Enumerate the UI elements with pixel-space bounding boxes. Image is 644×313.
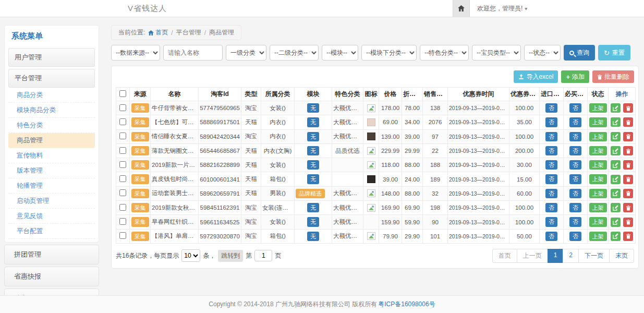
must-buy-badge[interactable]: 否	[569, 146, 581, 155]
must-buy-badge[interactable]: 否	[569, 174, 581, 184]
page-button-上一页[interactable]: 上一页	[517, 249, 548, 263]
edit-button[interactable]	[611, 103, 621, 113]
import-select-badge[interactable]: 否	[545, 160, 557, 170]
breadcrumb-home-link[interactable]: 首页	[148, 28, 168, 37]
filter-select[interactable]: --二级分类--	[270, 45, 319, 61]
filter-select[interactable]: --状态--	[524, 45, 561, 61]
status-badge[interactable]: 上架	[589, 189, 607, 198]
delete-button[interactable]	[623, 175, 633, 184]
edit-button[interactable]	[611, 117, 621, 127]
per-page-select[interactable]: 10	[181, 249, 200, 262]
batch-delete-button[interactable]: 批量删除	[592, 70, 634, 83]
import-select-badge[interactable]: 否	[545, 117, 557, 127]
import-select-badge[interactable]: 否	[545, 132, 557, 141]
import-select-badge[interactable]: 否	[545, 174, 557, 184]
filter-select[interactable]: --模块--	[322, 45, 358, 61]
import-select-badge[interactable]: 否	[545, 232, 557, 241]
filter-select[interactable]: --宝贝类型--	[472, 45, 521, 61]
search-button[interactable]: 查询	[564, 45, 595, 61]
sidebar-item[interactable]: 模块商品分类	[8, 103, 95, 118]
import-select-badge[interactable]: 否	[545, 203, 557, 212]
import-select-badge[interactable]: 否	[545, 146, 557, 155]
must-buy-badge[interactable]: 否	[569, 189, 581, 198]
status-badge[interactable]: 上架	[589, 217, 607, 226]
row-checkbox[interactable]	[119, 218, 126, 225]
filter-select[interactable]: 一级分类	[226, 45, 266, 61]
row-checkbox[interactable]	[119, 175, 126, 182]
reset-button[interactable]: ↻ 重置	[598, 45, 630, 61]
select-all-checkbox[interactable]	[119, 90, 126, 97]
status-badge[interactable]: 上架	[589, 132, 607, 141]
status-badge[interactable]: 上架	[589, 117, 607, 127]
sidebar-item[interactable]: 宣传物料	[8, 148, 95, 163]
delete-button[interactable]	[623, 232, 633, 241]
edit-button[interactable]	[611, 218, 621, 227]
jump-page-input[interactable]	[254, 250, 272, 261]
sidebar-item[interactable]: 平台配置	[8, 224, 95, 239]
home-button[interactable]	[453, 0, 470, 17]
delete-button[interactable]	[623, 189, 633, 198]
sidebar-item[interactable]: 轮播管理	[8, 178, 95, 194]
filter-select[interactable]: --特色分类--	[420, 45, 469, 61]
delete-button[interactable]	[623, 160, 633, 170]
status-badge[interactable]: 上架	[589, 160, 607, 170]
import-select-badge[interactable]: 否	[545, 103, 557, 113]
sidebar-group-2[interactable]: 拼团管理	[4, 245, 99, 264]
sidebar-group-3[interactable]: 省惠快报	[4, 267, 99, 286]
sidebar-item[interactable]: 版本管理	[8, 163, 95, 178]
sidebar-group-1[interactable]: 平台管理	[8, 69, 95, 88]
icp-link[interactable]: 粤ICP备16098006号	[378, 300, 435, 309]
row-checkbox[interactable]	[119, 133, 126, 139]
delete-button[interactable]	[623, 218, 633, 227]
edit-button[interactable]	[611, 232, 621, 241]
row-checkbox[interactable]	[119, 189, 126, 196]
row-checkbox[interactable]	[119, 204, 126, 211]
edit-button[interactable]	[611, 189, 621, 198]
sidebar-item[interactable]: 商品分类	[8, 88, 95, 103]
row-checkbox[interactable]	[119, 147, 126, 154]
must-buy-badge[interactable]: 否	[569, 217, 581, 226]
row-checkbox[interactable]	[119, 232, 126, 239]
import-excel-button[interactable]: 导入excel	[514, 70, 558, 83]
page-button-2[interactable]: 2	[563, 249, 579, 263]
sidebar-item[interactable]: 商品管理	[8, 133, 95, 148]
filter-select[interactable]: --数据来源--	[111, 45, 160, 61]
page-button-末页[interactable]: 末页	[609, 249, 634, 263]
status-badge[interactable]: 上架	[589, 103, 607, 113]
user-menu[interactable]: 欢迎您，管理员!▾	[477, 4, 527, 13]
must-buy-badge[interactable]: 否	[569, 203, 581, 212]
edit-button[interactable]	[611, 132, 621, 141]
jump-button[interactable]: 跳转到	[218, 250, 243, 262]
edit-button[interactable]	[611, 146, 621, 155]
sidebar-item[interactable]: 启动页管理	[8, 194, 95, 209]
status-badge[interactable]: 上架	[589, 146, 607, 155]
sidebar-group-0[interactable]: 用户管理	[8, 48, 95, 67]
page-button-1[interactable]: 1	[548, 249, 564, 263]
import-select-badge[interactable]: 否	[545, 217, 557, 226]
row-checkbox[interactable]	[119, 104, 126, 111]
edit-button[interactable]	[611, 160, 621, 170]
delete-button[interactable]	[623, 117, 633, 127]
row-checkbox[interactable]	[119, 161, 126, 168]
sidebar-item[interactable]: 特色分类	[8, 118, 95, 133]
must-buy-badge[interactable]: 否	[569, 132, 581, 141]
must-buy-badge[interactable]: 否	[569, 160, 581, 170]
delete-button[interactable]	[623, 132, 633, 141]
name-input[interactable]	[163, 45, 223, 61]
page-button-首页[interactable]: 首页	[492, 249, 517, 263]
must-buy-badge[interactable]: 否	[569, 117, 581, 127]
must-buy-badge[interactable]: 否	[569, 232, 581, 241]
filter-select[interactable]: --模块下分类--	[361, 45, 417, 61]
delete-button[interactable]	[623, 146, 633, 155]
delete-button[interactable]	[623, 203, 633, 212]
page-button-下一页[interactable]: 下一页	[578, 249, 610, 263]
add-button[interactable]: + 添加	[561, 70, 589, 83]
edit-button[interactable]	[611, 175, 621, 184]
must-buy-badge[interactable]: 否	[569, 103, 581, 113]
sidebar-item[interactable]: 意见反馈	[8, 209, 95, 224]
status-badge[interactable]: 上架	[589, 203, 607, 212]
edit-button[interactable]	[611, 203, 621, 212]
status-badge[interactable]: 上架	[589, 232, 607, 241]
status-badge[interactable]: 上架	[589, 174, 607, 184]
import-select-badge[interactable]: 否	[545, 189, 557, 198]
